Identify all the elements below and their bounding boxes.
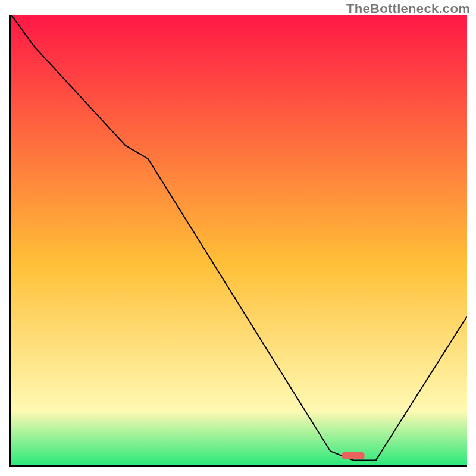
chart-svg: [11, 15, 467, 465]
minimum-marker: [342, 452, 364, 459]
gradient-background: [11, 15, 467, 465]
plot-area: [9, 15, 467, 467]
chart-frame: TheBottleneck.com: [0, 0, 476, 476]
